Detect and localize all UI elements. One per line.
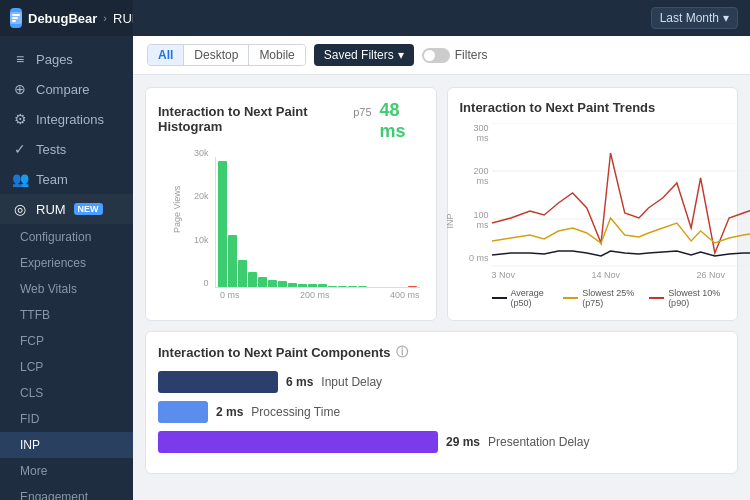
sidebar-item-pages[interactable]: ≡ Pages [0,44,133,74]
brand-name: DebugBear [28,11,97,26]
sidebar-item-team[interactable]: 👥 Team [0,164,133,194]
rum-icon: ◎ [12,201,28,217]
rum-new-badge: NEW [74,203,103,215]
hist-bar-13 [348,286,357,287]
hist-bar-3 [248,272,257,287]
trends-card: Interaction to Next Paint Trends 300 ms … [447,87,739,321]
subnav-experiences[interactable]: Experiences [0,250,133,276]
hist-bar-11 [328,286,337,287]
svg-rect-1 [12,14,20,16]
saved-filters-chevron: ▾ [398,48,404,62]
component-row-input-delay: 6 ms Input Delay [158,371,725,393]
component-row-presentation-delay: 29 ms Presentation Delay [158,431,725,453]
legend-p90: Slowest 10% (p90) [649,288,725,308]
topbar: Last Month ▾ [133,0,750,36]
trends-y-axis-label: INP [444,213,454,228]
content-area: Interaction to Next Paint Histogram p75 … [133,75,750,500]
subnav-fcp[interactable]: FCP [0,328,133,354]
sidebar-item-compare[interactable]: ⊕ Compare [0,74,133,104]
processing-time-ms: 2 ms [216,405,243,419]
trends-y-200: 200 ms [460,166,489,186]
subnav-fid[interactable]: FID [0,406,133,432]
components-title-text: Interaction to Next Paint Components [158,345,391,360]
legend-p90-label: Slowest 10% (p90) [668,288,725,308]
filter-desktop-button[interactable]: Desktop [184,45,249,65]
subnav-cls[interactable]: CLS [0,380,133,406]
x-label-400: 400 ms [390,290,420,300]
legend-p50-line [492,297,507,299]
filters-toggle[interactable] [422,48,450,63]
subnav-engagement[interactable]: Engagement [0,484,133,500]
sidebar-header: DebugBear › RUM [0,0,133,36]
sidebar-nav: ≡ Pages ⊕ Compare ⚙ Integrations ✓ Tests… [0,36,133,500]
team-icon: 👥 [12,171,28,187]
histogram-title: Interaction to Next Paint Histogram [158,104,345,134]
info-icon[interactable]: ⓘ [396,344,408,361]
trends-title: Interaction to Next Paint Trends [460,100,726,115]
p75-value: 48 ms [380,100,424,142]
sidebar-item-compare-label: Compare [36,82,89,97]
trends-y-0: 0 ms [460,253,489,263]
hist-bar-5 [268,280,277,287]
presentation-delay-bar [158,431,438,453]
pages-icon: ≡ [12,51,28,67]
legend-p90-line [649,297,664,299]
filters-toggle-wrap: Filters [422,48,488,63]
histogram-container: Page Views 30k 20k 10k 0 [158,148,424,308]
y-label-10k: 10k [194,235,209,245]
histogram-header: Interaction to Next Paint Histogram p75 … [158,100,424,142]
subnav-inp[interactable]: INP [0,432,133,458]
charts-row: Interaction to Next Paint Histogram p75 … [145,87,738,321]
input-delay-label: Input Delay [321,375,382,389]
processing-time-bar [158,401,208,423]
hist-bar-7 [288,283,297,287]
hist-bar-4 [258,277,267,287]
hist-bar-2 [238,260,247,287]
presentation-delay-label: Presentation Delay [488,435,589,449]
subnav-ttfb[interactable]: TTFB [0,302,133,328]
subnav-more[interactable]: More [0,458,133,484]
view-filter-group: All Desktop Mobile [147,44,306,66]
sidebar-item-integrations[interactable]: ⚙ Integrations [0,104,133,134]
saved-filters-button[interactable]: Saved Filters ▾ [314,44,414,66]
processing-time-label: Processing Time [251,405,340,419]
filters-toggle-label: Filters [455,48,488,62]
hist-bar-14 [358,286,367,287]
brand-logo [10,8,22,28]
trends-chart-svg [492,123,751,268]
legend-p75-label: Slowest 25% (p75) [582,288,639,308]
legend-p75-line [563,297,578,299]
sidebar-item-tests-label: Tests [36,142,66,157]
date-range-label: Last Month [660,11,719,25]
trends-x-3nov: 3 Nov [492,270,516,280]
date-range-picker[interactable]: Last Month ▾ [651,7,738,29]
components-card: Interaction to Next Paint Components ⓘ 6… [145,331,738,474]
sidebar-item-tests[interactable]: ✓ Tests [0,134,133,164]
tests-icon: ✓ [12,141,28,157]
subnav-configuration[interactable]: Configuration [0,224,133,250]
compare-icon: ⊕ [12,81,28,97]
input-delay-bar [158,371,278,393]
hist-bar-19 [408,286,417,287]
saved-filters-label: Saved Filters [324,48,394,62]
filter-all-button[interactable]: All [148,45,184,65]
breadcrumb-sep: › [103,12,107,24]
subnav-lcp[interactable]: LCP [0,354,133,380]
sidebar-item-rum[interactable]: ◎ RUM NEW [0,194,133,224]
p75-label: p75 [353,106,371,118]
y-label-30k: 30k [194,148,209,158]
x-label-0: 0 ms [220,290,240,300]
subnav-web-vitals[interactable]: Web Vitals [0,276,133,302]
hist-bar-10 [318,284,327,287]
filter-mobile-button[interactable]: Mobile [249,45,304,65]
hist-bar-6 [278,281,287,287]
histogram-card: Interaction to Next Paint Histogram p75 … [145,87,437,321]
x-label-200: 200 ms [300,290,330,300]
legend-p50: Average (p50) [492,288,554,308]
svg-rect-3 [12,20,16,22]
legend-p75: Slowest 25% (p75) [563,288,639,308]
input-delay-ms: 6 ms [286,375,313,389]
hist-bar-9 [308,284,317,287]
y-axis-label: Page Views [172,186,182,233]
presentation-delay-ms: 29 ms [446,435,480,449]
